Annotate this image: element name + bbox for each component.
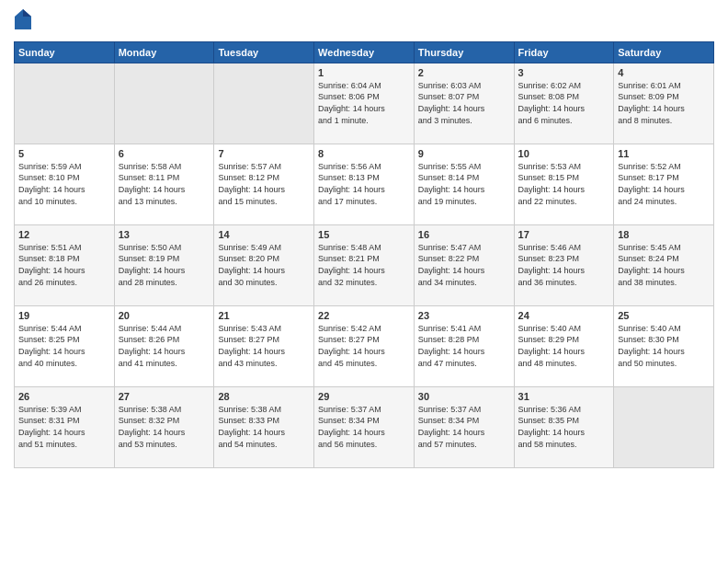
day-number: 31 <box>518 391 610 402</box>
day-header: Monday <box>114 41 214 63</box>
cell-content: Sunrise: 5:48 AMSunset: 8:21 PMDaylight:… <box>318 242 410 288</box>
logo-icon <box>15 9 31 29</box>
day-number: 13 <box>119 229 210 240</box>
calendar-cell: 25Sunrise: 5:40 AMSunset: 8:30 PMDayligh… <box>614 305 714 386</box>
calendar-week-row: 1Sunrise: 6:04 AMSunset: 8:06 PMDaylight… <box>15 63 714 144</box>
day-number: 25 <box>618 310 710 321</box>
day-number: 8 <box>318 148 410 159</box>
calendar-cell: 10Sunrise: 5:53 AMSunset: 8:15 PMDayligh… <box>514 144 614 224</box>
cell-content: Sunrise: 5:45 AMSunset: 8:24 PMDaylight:… <box>618 242 710 288</box>
calendar-cell: 19Sunrise: 5:44 AMSunset: 8:25 PMDayligh… <box>15 305 115 386</box>
day-number: 2 <box>418 67 510 78</box>
cell-content: Sunrise: 5:56 AMSunset: 8:13 PMDaylight:… <box>318 161 410 207</box>
calendar-cell: 15Sunrise: 5:48 AMSunset: 8:21 PMDayligh… <box>314 224 415 305</box>
calendar-cell: 20Sunrise: 5:44 AMSunset: 8:26 PMDayligh… <box>114 305 214 386</box>
calendar-cell: 12Sunrise: 5:51 AMSunset: 8:18 PMDayligh… <box>15 224 115 305</box>
calendar-cell: 6Sunrise: 5:58 AMSunset: 8:11 PMDaylight… <box>114 144 214 224</box>
cell-content: Sunrise: 6:04 AMSunset: 8:06 PMDaylight:… <box>318 80 410 126</box>
cell-content: Sunrise: 5:59 AMSunset: 8:10 PMDaylight:… <box>18 161 110 207</box>
cell-content: Sunrise: 5:44 AMSunset: 8:25 PMDaylight:… <box>18 323 110 369</box>
cell-content: Sunrise: 5:37 AMSunset: 8:34 PMDaylight:… <box>318 404 410 450</box>
calendar-week-row: 12Sunrise: 5:51 AMSunset: 8:18 PMDayligh… <box>15 224 714 305</box>
cell-content: Sunrise: 6:02 AMSunset: 8:08 PMDaylight:… <box>518 80 610 126</box>
day-header: Sunday <box>15 41 115 63</box>
day-header: Thursday <box>414 41 514 63</box>
svg-marker-1 <box>23 9 31 17</box>
calendar-week-row: 5Sunrise: 5:59 AMSunset: 8:10 PMDaylight… <box>15 144 714 224</box>
calendar-cell <box>114 63 214 144</box>
calendar-cell: 28Sunrise: 5:38 AMSunset: 8:33 PMDayligh… <box>214 386 314 467</box>
calendar-cell: 4Sunrise: 6:01 AMSunset: 8:09 PMDaylight… <box>614 63 714 144</box>
cell-content: Sunrise: 5:51 AMSunset: 8:18 PMDaylight:… <box>18 242 110 288</box>
cell-content: Sunrise: 5:36 AMSunset: 8:35 PMDaylight:… <box>518 404 610 450</box>
calendar-cell <box>214 63 314 144</box>
day-number: 27 <box>119 391 210 402</box>
calendar-cell: 9Sunrise: 5:55 AMSunset: 8:14 PMDaylight… <box>414 144 514 224</box>
day-number: 11 <box>618 148 710 159</box>
day-number: 16 <box>418 229 510 240</box>
calendar-cell <box>15 63 115 144</box>
cell-content: Sunrise: 5:38 AMSunset: 8:32 PMDaylight:… <box>119 404 210 450</box>
day-header: Friday <box>514 41 614 63</box>
day-number: 23 <box>418 310 510 321</box>
cell-content: Sunrise: 5:58 AMSunset: 8:11 PMDaylight:… <box>119 161 210 207</box>
calendar-week-row: 26Sunrise: 5:39 AMSunset: 8:31 PMDayligh… <box>15 386 714 467</box>
day-header: Tuesday <box>214 41 314 63</box>
page-container: SundayMondayTuesdayWednesdayThursdayFrid… <box>0 0 728 477</box>
day-number: 10 <box>518 148 610 159</box>
cell-content: Sunrise: 5:41 AMSunset: 8:28 PMDaylight:… <box>418 323 510 369</box>
calendar-cell: 8Sunrise: 5:56 AMSunset: 8:13 PMDaylight… <box>314 144 415 224</box>
day-number: 28 <box>218 391 310 402</box>
calendar-cell: 29Sunrise: 5:37 AMSunset: 8:34 PMDayligh… <box>314 386 415 467</box>
cell-content: Sunrise: 5:40 AMSunset: 8:30 PMDaylight:… <box>618 323 710 369</box>
cell-content: Sunrise: 5:44 AMSunset: 8:26 PMDaylight:… <box>119 323 210 369</box>
day-number: 14 <box>218 229 310 240</box>
calendar-cell: 13Sunrise: 5:50 AMSunset: 8:19 PMDayligh… <box>114 224 214 305</box>
cell-content: Sunrise: 6:01 AMSunset: 8:09 PMDaylight:… <box>618 80 710 126</box>
cell-content: Sunrise: 5:50 AMSunset: 8:19 PMDaylight:… <box>119 242 210 288</box>
calendar-cell: 7Sunrise: 5:57 AMSunset: 8:12 PMDaylight… <box>214 144 314 224</box>
logo <box>14 9 33 34</box>
calendar-cell: 11Sunrise: 5:52 AMSunset: 8:17 PMDayligh… <box>614 144 714 224</box>
calendar-cell: 23Sunrise: 5:41 AMSunset: 8:28 PMDayligh… <box>414 305 514 386</box>
day-number: 9 <box>418 148 510 159</box>
day-number: 30 <box>418 391 510 402</box>
day-number: 24 <box>518 310 610 321</box>
cell-content: Sunrise: 5:43 AMSunset: 8:27 PMDaylight:… <box>218 323 310 369</box>
cell-content: Sunrise: 5:39 AMSunset: 8:31 PMDaylight:… <box>18 404 110 450</box>
cell-content: Sunrise: 6:03 AMSunset: 8:07 PMDaylight:… <box>418 80 510 126</box>
day-number: 12 <box>18 229 110 240</box>
cell-content: Sunrise: 5:47 AMSunset: 8:22 PMDaylight:… <box>418 242 510 288</box>
day-number: 29 <box>318 391 410 402</box>
day-number: 26 <box>18 391 110 402</box>
calendar-cell: 2Sunrise: 6:03 AMSunset: 8:07 PMDaylight… <box>414 63 514 144</box>
day-number: 20 <box>119 310 210 321</box>
day-number: 5 <box>18 148 110 159</box>
cell-content: Sunrise: 5:42 AMSunset: 8:27 PMDaylight:… <box>318 323 410 369</box>
cell-content: Sunrise: 5:38 AMSunset: 8:33 PMDaylight:… <box>218 404 310 450</box>
day-number: 22 <box>318 310 410 321</box>
cell-content: Sunrise: 5:40 AMSunset: 8:29 PMDaylight:… <box>518 323 610 369</box>
cell-content: Sunrise: 5:37 AMSunset: 8:34 PMDaylight:… <box>418 404 510 450</box>
calendar-cell: 3Sunrise: 6:02 AMSunset: 8:08 PMDaylight… <box>514 63 614 144</box>
calendar-week-row: 19Sunrise: 5:44 AMSunset: 8:25 PMDayligh… <box>15 305 714 386</box>
calendar-cell: 14Sunrise: 5:49 AMSunset: 8:20 PMDayligh… <box>214 224 314 305</box>
day-number: 19 <box>18 310 110 321</box>
calendar-cell: 30Sunrise: 5:37 AMSunset: 8:34 PMDayligh… <box>414 386 514 467</box>
calendar-cell: 17Sunrise: 5:46 AMSunset: 8:23 PMDayligh… <box>514 224 614 305</box>
header <box>14 9 714 34</box>
day-number: 7 <box>218 148 310 159</box>
calendar-cell: 31Sunrise: 5:36 AMSunset: 8:35 PMDayligh… <box>514 386 614 467</box>
day-number: 21 <box>218 310 310 321</box>
day-number: 1 <box>318 67 410 78</box>
day-header: Wednesday <box>314 41 415 63</box>
calendar-cell: 21Sunrise: 5:43 AMSunset: 8:27 PMDayligh… <box>214 305 314 386</box>
cell-content: Sunrise: 5:49 AMSunset: 8:20 PMDaylight:… <box>218 242 310 288</box>
calendar-cell: 26Sunrise: 5:39 AMSunset: 8:31 PMDayligh… <box>15 386 115 467</box>
cell-content: Sunrise: 5:55 AMSunset: 8:14 PMDaylight:… <box>418 161 510 207</box>
calendar-cell: 27Sunrise: 5:38 AMSunset: 8:32 PMDayligh… <box>114 386 214 467</box>
day-number: 15 <box>318 229 410 240</box>
header-row: SundayMondayTuesdayWednesdayThursdayFrid… <box>15 41 714 63</box>
day-number: 4 <box>618 67 710 78</box>
calendar-cell <box>614 386 714 467</box>
